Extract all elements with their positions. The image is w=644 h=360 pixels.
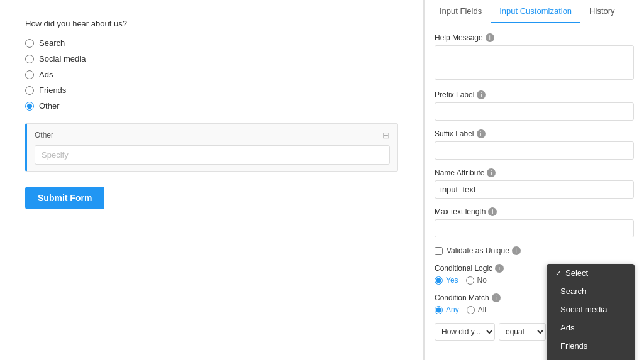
- copy-icon[interactable]: ⊟: [382, 130, 390, 140]
- dropdown-item-other[interactable]: Other: [547, 355, 635, 360]
- dropdown-item-friends[interactable]: Friends: [547, 337, 635, 355]
- radio-social-media[interactable]: Social media: [25, 54, 398, 63]
- condition-field-select[interactable]: How did y...: [435, 323, 495, 341]
- max-text-length-info-icon[interactable]: i: [488, 207, 497, 216]
- name-attribute-info-icon[interactable]: i: [487, 168, 496, 177]
- max-text-length-group: Max text length i: [435, 207, 634, 237]
- dropdown-item-search[interactable]: Search: [547, 282, 635, 300]
- help-message-label: Help Message i: [435, 33, 634, 42]
- max-text-length-input[interactable]: [435, 219, 634, 237]
- conditional-logic-yes[interactable]: Yes: [435, 276, 458, 285]
- suffix-label-input[interactable]: [435, 141, 634, 160]
- validate-unique-label: Validate as Unique i: [447, 246, 521, 255]
- radio-friends-label: Friends: [39, 85, 66, 95]
- radio-other[interactable]: Other: [25, 101, 398, 111]
- condition-op-select[interactable]: equal: [499, 323, 546, 341]
- help-message-input[interactable]: [435, 45, 634, 80]
- radio-other-label: Other: [39, 101, 60, 111]
- prefix-label-input[interactable]: [435, 102, 634, 121]
- radio-search[interactable]: Search: [25, 38, 398, 48]
- radio-friends[interactable]: Friends: [25, 85, 398, 95]
- conditional-logic-no[interactable]: No: [466, 276, 487, 285]
- suffix-label-label: Suffix Label i: [435, 129, 634, 138]
- other-specify-input[interactable]: [35, 145, 390, 165]
- other-box: Other ⊟: [25, 123, 398, 172]
- radio-ads-label: Ads: [39, 70, 53, 79]
- dropdown-item-ads[interactable]: Ads: [547, 319, 635, 337]
- left-panel: How did you hear about us? Search Social…: [0, 0, 424, 360]
- max-text-length-label: Max text length i: [435, 207, 634, 216]
- tab-history[interactable]: History: [580, 0, 623, 23]
- tab-input-fields[interactable]: Input Fields: [431, 0, 491, 23]
- help-message-info-icon[interactable]: i: [486, 33, 494, 42]
- condition-match-all[interactable]: All: [467, 305, 486, 314]
- suffix-label-group: Suffix Label i: [435, 129, 634, 160]
- radio-search-label: Search: [39, 38, 65, 48]
- validate-unique-row: Validate as Unique i: [435, 246, 634, 255]
- prefix-label-group: Prefix Label i: [435, 90, 634, 121]
- tab-bar: Input Fields Input Customization History: [425, 0, 644, 23]
- name-attribute-input[interactable]: [435, 180, 634, 199]
- validate-unique-info-icon[interactable]: i: [512, 246, 521, 255]
- question-label: How did you hear about us?: [25, 19, 398, 28]
- radio-group: Search Social media Ads Friends Other: [25, 38, 398, 111]
- dropdown-item-select[interactable]: Select: [547, 264, 635, 282]
- prefix-label-info-icon[interactable]: i: [477, 90, 486, 99]
- tab-input-customization[interactable]: Input Customization: [491, 0, 580, 23]
- name-attribute-group: Name Attribute i: [435, 168, 634, 199]
- validate-unique-checkbox[interactable]: [435, 247, 443, 255]
- other-box-title: Other ⊟: [35, 130, 390, 140]
- radio-social-label: Social media: [39, 54, 86, 63]
- radio-ads[interactable]: Ads: [25, 70, 398, 79]
- prefix-label-label: Prefix Label i: [435, 90, 634, 99]
- suffix-label-info-icon[interactable]: i: [477, 129, 486, 138]
- submit-button[interactable]: Submit Form: [25, 187, 104, 209]
- dropdown-item-social-media[interactable]: Social media: [547, 300, 635, 319]
- condition-match-any[interactable]: Any: [435, 305, 459, 314]
- name-attribute-label: Name Attribute i: [435, 168, 634, 177]
- dropdown-overlay: Select Search Social media Ads Friends O…: [547, 264, 635, 360]
- conditional-logic-info-icon[interactable]: i: [495, 264, 504, 273]
- help-message-group: Help Message i: [435, 33, 634, 82]
- condition-match-info-icon[interactable]: i: [492, 293, 501, 302]
